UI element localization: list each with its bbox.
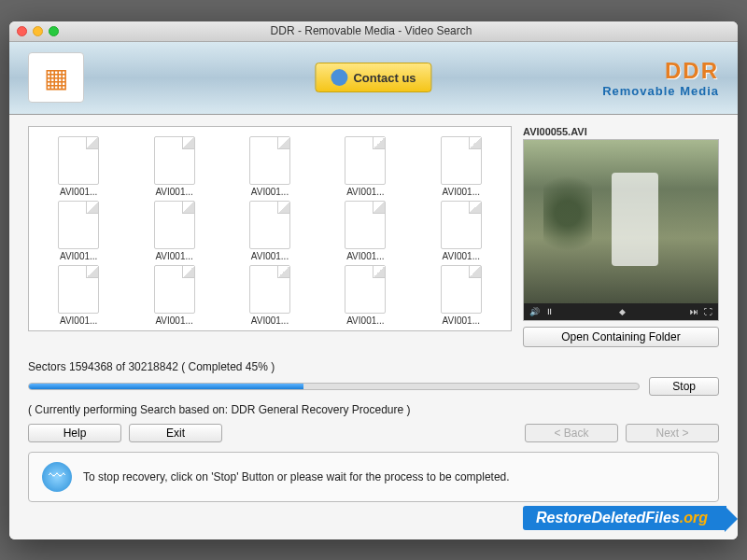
brand-title: DDR	[602, 58, 719, 84]
file-label: AVI001...	[443, 187, 480, 197]
video-preview: 🔊 ⏸ ◆ ⏭ ⛶	[523, 139, 719, 321]
titlebar: DDR - Removable Media - Video Search	[9, 21, 738, 42]
contact-label: Contact us	[353, 71, 416, 85]
back-button: < Back	[525, 424, 618, 442]
file-label: AVI001...	[346, 315, 384, 326]
file-icon	[154, 136, 195, 185]
file-icon	[58, 136, 99, 185]
file-label: AVI001...	[155, 187, 192, 197]
file-item[interactable]: AVI001...	[417, 201, 505, 261]
tip-text: To stop recovery, click on 'Stop' Button…	[83, 470, 510, 483]
file-item[interactable]: AVI001...	[35, 136, 122, 197]
file-label: AVI001...	[251, 251, 289, 261]
file-icon	[345, 265, 386, 314]
main-row: AVI001...AVI001...AVI001...AVI001...AVI0…	[28, 126, 719, 347]
tip-box: 〰 To stop recovery, click on 'Stop' Butt…	[28, 452, 719, 502]
nav-row: Help Exit < Back Next >	[28, 424, 719, 442]
brand-subtitle: Removable Media	[602, 84, 719, 98]
file-item[interactable]: AVI001...	[321, 201, 409, 261]
progress-fill	[29, 384, 303, 389]
preview-image	[524, 140, 718, 303]
pause-icon[interactable]: ⏸	[545, 307, 554, 316]
file-item[interactable]: AVI001...	[130, 136, 218, 197]
file-icon	[58, 201, 99, 249]
content-area: AVI001...AVI001...AVI001...AVI001...AVI0…	[9, 115, 738, 539]
file-item[interactable]: AVI001...	[35, 265, 122, 326]
status-text: ( Currently performing Search based on: …	[28, 403, 719, 416]
header-banner: ▦ Contact us DDR Removable Media	[9, 42, 738, 115]
file-label: AVI001...	[60, 187, 97, 197]
file-icon	[154, 265, 195, 314]
progress-text: Sectors 1594368 of 30218842 ( Completed …	[28, 360, 719, 373]
file-label: AVI001...	[251, 187, 289, 197]
file-item[interactable]: AVI001...	[417, 265, 505, 326]
preview-filename: AVI00055.AVI	[523, 126, 719, 137]
skip-icon[interactable]: ⏭	[690, 307, 698, 316]
file-item[interactable]: AVI001...	[226, 136, 314, 197]
file-label: AVI001...	[443, 251, 480, 261]
file-icon	[441, 265, 482, 314]
file-label: AVI001...	[60, 251, 97, 261]
file-label: AVI001...	[60, 315, 97, 326]
volume-icon[interactable]: 🔊	[529, 307, 540, 316]
file-label: AVI001...	[155, 251, 192, 261]
info-icon: 〰	[42, 462, 72, 492]
file-item[interactable]: AVI001...	[226, 265, 314, 326]
exit-button[interactable]: Exit	[129, 424, 222, 442]
file-item[interactable]: AVI001...	[130, 201, 218, 261]
app-window: DDR - Removable Media - Video Search ▦ C…	[9, 21, 738, 539]
file-item[interactable]: AVI001...	[417, 136, 505, 197]
next-button: Next >	[626, 424, 719, 442]
progress-bar	[28, 383, 640, 390]
ribbon-main: RestoreDeletedFiles	[536, 510, 680, 525]
stop-button[interactable]: Stop	[649, 377, 719, 396]
file-item[interactable]: AVI001...	[226, 201, 314, 261]
file-item[interactable]: AVI001...	[321, 136, 409, 197]
help-button[interactable]: Help	[28, 424, 121, 442]
file-label: AVI001...	[346, 187, 384, 197]
ribbon-ext: .org	[680, 510, 708, 525]
file-icon	[345, 201, 386, 249]
file-item[interactable]: AVI001...	[35, 201, 122, 261]
person-icon	[331, 69, 347, 86]
fullscreen-icon[interactable]: ⛶	[704, 307, 712, 316]
app-logo-icon: ▦	[28, 52, 84, 103]
file-label: AVI001...	[443, 315, 480, 326]
brand: DDR Removable Media	[602, 58, 719, 98]
seek-handle-icon[interactable]: ◆	[619, 307, 626, 316]
file-label: AVI001...	[346, 251, 384, 261]
file-icon	[441, 201, 482, 249]
file-icon	[249, 265, 290, 314]
footer-ribbon[interactable]: RestoreDeletedFiles.org	[523, 506, 726, 530]
file-grid-panel[interactable]: AVI001...AVI001...AVI001...AVI001...AVI0…	[28, 126, 512, 331]
file-item[interactable]: AVI001...	[130, 265, 218, 326]
window-title: DDR - Removable Media - Video Search	[12, 24, 730, 37]
file-icon	[441, 136, 482, 185]
file-icon	[249, 201, 290, 249]
file-icon	[249, 136, 290, 185]
contact-us-button[interactable]: Contact us	[315, 63, 431, 92]
file-label: AVI001...	[155, 315, 192, 326]
file-label: AVI001...	[251, 315, 289, 326]
preview-column: AVI00055.AVI 🔊 ⏸ ◆ ⏭ ⛶	[523, 126, 719, 347]
media-controls: 🔊 ⏸ ◆ ⏭ ⛶	[524, 303, 718, 320]
file-item[interactable]: AVI001...	[321, 265, 409, 326]
file-icon	[58, 265, 99, 314]
progress-section: Sectors 1594368 of 30218842 ( Completed …	[28, 360, 719, 416]
file-icon	[154, 201, 195, 249]
open-containing-folder-button[interactable]: Open Containing Folder	[523, 327, 719, 347]
file-icon	[345, 136, 386, 185]
footer: RestoreDeletedFiles.org	[28, 502, 719, 532]
